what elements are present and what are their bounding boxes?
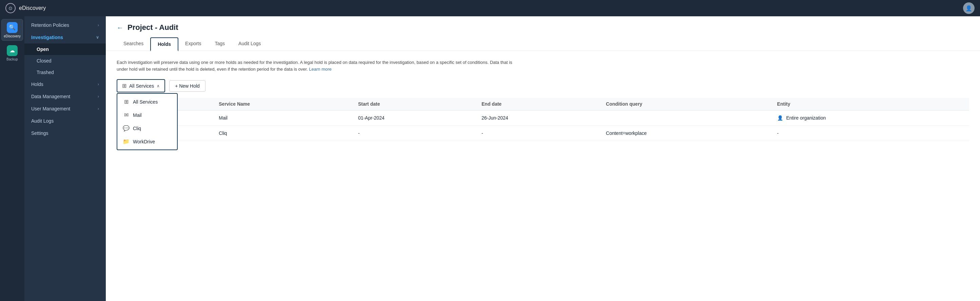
row2-end: - [476,126,601,141]
icon-sidebar: 🔍 eDiscovery ☁ Backup [0,16,24,301]
page-title: Project - Audit [127,23,178,32]
dropdown-item-mail[interactable]: ✉ Mail [117,108,177,122]
title-row: ← Project - Audit [117,23,969,32]
sidebar-item-investigations[interactable]: Investigations ∨ [24,31,106,43]
content-body: Each investigation will preserve data us… [106,51,980,301]
brand-icon: ⊙ [5,3,16,13]
workdrive-label: WorkDrive [133,139,155,144]
mail-label: Mail [133,112,142,118]
all-services-dropdown[interactable]: ⊞ All Services ∧ [117,79,165,93]
user-mgmt-label: User Management [31,106,70,111]
tab-holds[interactable]: Holds [150,37,178,51]
sidebar-item-audit-logs[interactable]: Audit Logs [24,115,106,127]
sidebar-label-ediscovery: eDiscovery [4,34,20,38]
top-nav: ⊙ eDiscovery 👤 [0,0,980,16]
retention-label: Retention Policies [31,22,69,28]
brand-name: eDiscovery [19,5,46,11]
backup-icon: ☁ [7,45,18,56]
avatar[interactable]: 👤 [963,2,975,14]
description-text: Each investigation will preserve data us… [117,59,523,72]
row2-service: Cliq [213,126,353,141]
sidebar-item-settings[interactable]: Settings [24,127,106,139]
new-hold-button[interactable]: + New Hold [169,80,205,92]
row1-entity: 👤 Entire organization [772,110,969,126]
row2-condition: Content=workplace [601,126,772,141]
all-services-icon: ⊞ [122,83,126,89]
row1-condition [601,110,772,126]
row2-start: - [353,126,476,141]
table-row: Hold 2 Cliq - - Content=workplace - [117,126,969,141]
row1-service: Mail [213,110,353,126]
trashed-label: Trashed [37,70,54,75]
holds-chevron: › [98,82,99,86]
new-hold-label: + New Hold [175,83,200,89]
user-mgmt-chevron: › [98,106,99,111]
tab-exports[interactable]: Exports [178,37,208,51]
sidebar-item-retention[interactable]: Retention Policies › [24,19,106,31]
settings-label: Settings [31,130,48,136]
tabs-row: Searches Holds Exports Tags Audit Logs [117,37,969,51]
sidebar-label-backup: Backup [6,58,18,61]
all-icon: ⊞ [123,99,129,105]
sidebar-item-closed[interactable]: Closed [24,55,106,67]
org-icon: 👤 [777,115,783,121]
nav-sidebar: Retention Policies › Investigations ∨ Op… [24,16,106,301]
sidebar-item-trashed[interactable]: Trashed [24,67,106,78]
sidebar-item-backup[interactable]: ☁ Backup [2,42,23,64]
data-mgmt-label: Data Management [31,94,70,99]
col-header-service: Service Name [213,98,353,110]
tab-searches[interactable]: Searches [117,37,150,51]
mail-icon: ✉ [123,112,129,118]
table-row: Hold 1 Mail 01-Apr-2024 26-Jun-2024 👤 En… [117,110,969,126]
closed-label: Closed [37,58,51,64]
sidebar-item-holds[interactable]: Holds › [24,78,106,90]
col-header-condition: Condition query [601,98,772,110]
cliq-icon: 💬 [123,125,129,131]
col-header-end: End date [476,98,601,110]
sidebar-item-data-management[interactable]: Data Management › [24,90,106,102]
tab-audit-logs[interactable]: Audit Logs [232,37,267,51]
tab-tags[interactable]: Tags [208,37,232,51]
service-dropdown-container: ⊞ All Services ∧ ⊞ All Services ✉ Mail [117,79,165,93]
audit-logs-label: Audit Logs [31,118,54,124]
retention-chevron: › [98,23,99,27]
main-layout: 🔍 eDiscovery ☁ Backup Retention Policies… [0,16,980,301]
toolbar-row: ⊞ All Services ∧ ⊞ All Services ✉ Mail [117,79,969,93]
investigations-label: Investigations [31,35,63,40]
investigations-chevron: ∨ [96,35,99,40]
learn-more-link[interactable]: Learn more [309,67,331,72]
all-label: All Services [133,99,158,105]
holds-label: Holds [31,82,43,87]
dropdown-item-all[interactable]: ⊞ All Services [117,95,177,108]
ediscovery-icon: 🔍 [7,22,18,33]
content-area: ← Project - Audit Searches Holds Exports… [106,16,980,301]
dropdown-menu: ⊞ All Services ✉ Mail 💬 Cliq 📁 [117,93,178,150]
data-mgmt-chevron: › [98,94,99,99]
open-label: Open [37,46,49,52]
sidebar-item-ediscovery[interactable]: 🔍 eDiscovery [2,19,23,41]
table-header: Name Service Name Start date End date Co… [117,98,969,110]
brand-area: ⊙ eDiscovery [5,3,46,13]
dropdown-item-workdrive[interactable]: 📁 WorkDrive [117,135,177,148]
cliq-label: Cliq [133,126,141,131]
row2-entity: - [772,126,969,141]
col-header-entity: Entity [772,98,969,110]
holds-table: Name Service Name Start date End date Co… [117,98,969,141]
workdrive-icon: 📁 [123,138,129,145]
dropdown-item-cliq[interactable]: 💬 Cliq [117,122,177,135]
row1-end: 26-Jun-2024 [476,110,601,126]
dropdown-arrow-icon: ∧ [157,83,160,88]
page-header: ← Project - Audit Searches Holds Exports… [106,16,980,51]
col-header-start: Start date [353,98,476,110]
table-body: Hold 1 Mail 01-Apr-2024 26-Jun-2024 👤 En… [117,110,969,141]
dropdown-label: All Services [129,83,154,89]
sidebar-item-open[interactable]: Open [24,43,106,55]
sidebar-item-user-management[interactable]: User Management › [24,102,106,115]
back-button[interactable]: ← [117,24,123,32]
row1-start: 01-Apr-2024 [353,110,476,126]
